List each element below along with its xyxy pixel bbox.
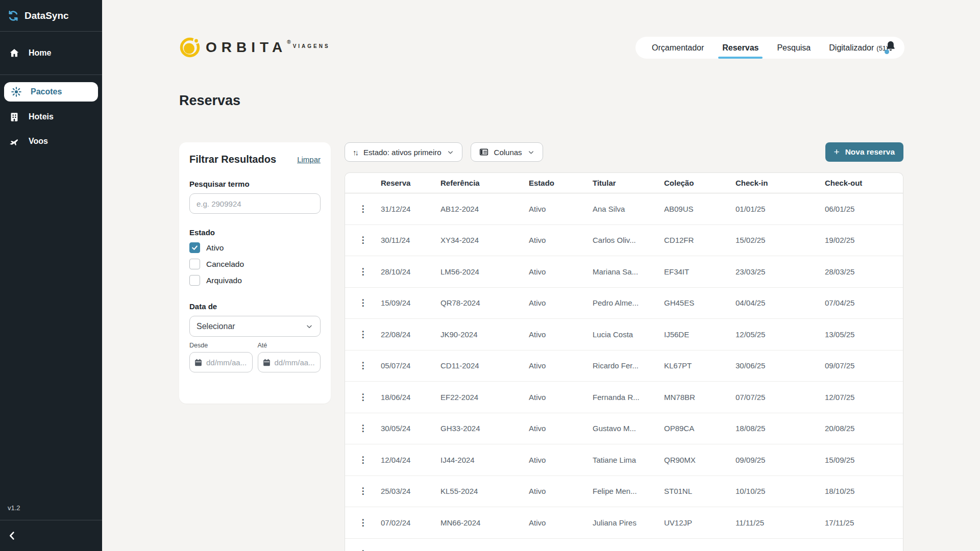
row-menu-button[interactable]: ⋮	[345, 360, 381, 371]
cell-reserva: 28/10/24	[381, 267, 440, 276]
date-to-input[interactable]: dd/mm/aa...	[258, 352, 321, 372]
cell-titular: Pedro Alme...	[593, 298, 664, 307]
cell-reserva: 31/12/24	[381, 205, 440, 213]
search-term-input[interactable]	[189, 193, 321, 214]
cell-titular: Carlos Oliv...	[593, 236, 664, 244]
checkbox-arquivado[interactable]	[189, 275, 200, 286]
cell-checkin: 15/02/25	[736, 236, 825, 244]
table-row[interactable]: ⋮25/03/24KL55-2024AtivoFelipe Men...ST01…	[345, 476, 903, 508]
notification-dot	[885, 49, 889, 54]
checkbox-row-cancelado[interactable]: Cancelado	[189, 259, 321, 269]
app-logo: DataSync	[0, 0, 102, 32]
cell-referencia: IJ44-2024	[440, 456, 529, 464]
table-header: Reserva Referência Estado Titular Coleçã…	[345, 173, 903, 193]
date-from-input[interactable]: dd/mm/aa...	[189, 352, 253, 372]
table-toolbar: ↑↓ Estado: ativos primeiro Colunas +	[345, 142, 903, 162]
nav-item-reservas[interactable]: Reservas	[722, 43, 758, 53]
sidebar-item-label: Hoteis	[29, 112, 54, 121]
cell-colecao: AB09US	[664, 205, 736, 213]
sidebar-item-voos[interactable]: Voos	[0, 129, 102, 154]
sidebar-item-hoteis[interactable]: Hoteis	[0, 105, 102, 129]
table-body: ⋮31/12/24AB12-2024AtivoAna SilvaAB09US01…	[345, 193, 903, 551]
cell-referencia: JK90-2024	[440, 330, 529, 339]
cell-colecao: IJ56DE	[664, 330, 736, 339]
row-menu-button[interactable]: ⋮	[345, 329, 381, 340]
table-row[interactable]: ⋮18/06/24EF22-2024AtivoFernanda R...MN78…	[345, 382, 903, 413]
column-header-colecao: Coleção	[664, 179, 736, 187]
cell-titular: Lucia Costa	[593, 330, 664, 339]
sidebar-item-label: Home	[29, 48, 51, 58]
cell-reserva: 22/08/24	[381, 330, 440, 339]
date-type-select[interactable]: Selecionar	[189, 316, 321, 337]
sort-arrows-icon: ↑↓	[353, 148, 357, 157]
sidebar-item-label: Voos	[29, 137, 48, 146]
table-row[interactable]: ⋮19/01/24OP77-2024AtivoAndré SouzaWX23ZA…	[345, 539, 903, 551]
cell-checkout: 13/05/25	[825, 330, 903, 339]
table-row[interactable]: ⋮30/11/24XY34-2024AtivoCarlos Oliv...CD1…	[345, 225, 903, 257]
cell-titular: Felipe Men...	[593, 487, 664, 495]
columns-label: Colunas	[494, 148, 522, 157]
sort-button[interactable]: ↑↓ Estado: ativos primeiro	[345, 142, 462, 162]
table-row[interactable]: ⋮28/10/24LM56-2024AtivoMariana Sa...EF34…	[345, 256, 903, 288]
column-header-checkin: Check-in	[736, 179, 825, 187]
row-menu-button[interactable]: ⋮	[345, 204, 381, 214]
cell-referencia: AB12-2024	[440, 205, 529, 213]
row-menu-button[interactable]: ⋮	[345, 297, 381, 308]
checkbox-row-ativo[interactable]: Ativo	[189, 242, 321, 253]
row-menu-button[interactable]: ⋮	[345, 392, 381, 403]
cell-reserva: 25/03/24	[381, 487, 440, 495]
cell-titular: Mariana Sa...	[593, 267, 664, 276]
row-menu-button[interactable]: ⋮	[345, 517, 381, 528]
clear-filters-link[interactable]: Limpar	[297, 155, 321, 164]
checkbox-ativo[interactable]	[189, 242, 200, 253]
row-menu-button[interactable]: ⋮	[345, 486, 381, 496]
cell-estado: Ativo	[529, 424, 593, 433]
nova-reserva-button[interactable]: + Nova reserva	[825, 142, 903, 162]
table-row[interactable]: ⋮31/12/24AB12-2024AtivoAna SilvaAB09US01…	[345, 193, 903, 225]
sidebar-item-home[interactable]: Home	[0, 41, 102, 65]
cell-checkout: 07/04/25	[825, 298, 903, 307]
collapse-sidebar-button[interactable]	[7, 530, 18, 541]
table-row[interactable]: ⋮22/08/24JK90-2024AtivoLucia CostaIJ56DE…	[345, 319, 903, 350]
cell-reserva: 18/06/24	[381, 393, 440, 402]
checkbox-label: Ativo	[206, 243, 224, 253]
cell-checkin: 23/03/25	[736, 267, 825, 276]
columns-icon	[479, 147, 489, 157]
nav-item-orcamentador[interactable]: Orçamentador	[652, 43, 704, 53]
cell-checkout: 12/07/25	[825, 393, 903, 402]
filter-title: Filtrar Resultados	[189, 154, 276, 165]
row-menu-button[interactable]: ⋮	[345, 548, 381, 551]
ate-label: Até	[258, 342, 321, 349]
row-menu-button[interactable]: ⋮	[345, 235, 381, 245]
checkbox-cancelado[interactable]	[189, 259, 200, 269]
nav-item-digitalizador[interactable]: Digitalizador(51)	[829, 43, 888, 53]
cell-colecao: CD12FR	[664, 236, 736, 244]
main-content: ORBITA® VIAGENS Orçamentador Reservas Pe…	[102, 0, 980, 551]
select-value: Selecionar	[197, 322, 235, 331]
cell-estado: Ativo	[529, 330, 593, 339]
columns-button[interactable]: Colunas	[471, 142, 543, 162]
chevron-down-icon	[527, 148, 535, 156]
search-term-label: Pesquisar termo	[189, 180, 321, 188]
column-header-reserva: Reserva	[381, 179, 440, 187]
table-row[interactable]: ⋮07/02/24MN66-2024AtivoJuliana PiresUV12…	[345, 507, 903, 539]
cell-checkout: 28/03/25	[825, 267, 903, 276]
checkbox-label: Arquivado	[206, 276, 242, 285]
table-row[interactable]: ⋮05/07/24CD11-2024AtivoRicardo Fer...KL6…	[345, 350, 903, 382]
sidebar: DataSync Home Pacotes	[0, 0, 102, 551]
calendar-icon	[194, 358, 203, 367]
notifications-button[interactable]	[884, 40, 899, 55]
cell-referencia: LM56-2024	[440, 267, 529, 276]
row-menu-button[interactable]: ⋮	[345, 423, 381, 434]
sidebar-item-pacotes[interactable]: Pacotes	[4, 82, 98, 102]
row-menu-button[interactable]: ⋮	[345, 266, 381, 277]
table-row[interactable]: ⋮30/05/24GH33-2024AtivoGustavo M...OP89C…	[345, 413, 903, 445]
row-menu-button[interactable]: ⋮	[345, 455, 381, 465]
cell-estado: Ativo	[529, 487, 593, 495]
nav-item-pesquisa[interactable]: Pesquisa	[777, 43, 811, 53]
cell-checkout: 17/11/25	[825, 518, 903, 527]
table-row[interactable]: ⋮12/04/24IJ44-2024AtivoTatiane LimaQR90M…	[345, 444, 903, 476]
cell-referencia: CD11-2024	[440, 361, 529, 370]
checkbox-row-arquivado[interactable]: Arquivado	[189, 275, 321, 286]
table-row[interactable]: ⋮15/09/24QR78-2024AtivoPedro Alme...GH45…	[345, 288, 903, 319]
